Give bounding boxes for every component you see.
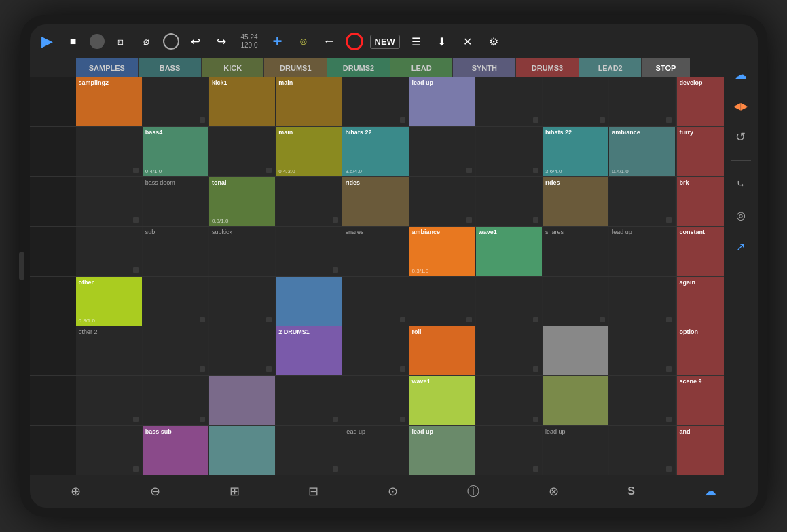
cell-5-2[interactable] (143, 277, 209, 326)
remove-button[interactable]: ⊟ (308, 484, 318, 499)
cell-1-6[interactable]: lead up (409, 77, 476, 126)
cell-3-2[interactable]: bass doom (143, 177, 209, 226)
cell-5-5[interactable] (342, 277, 409, 326)
cell-7-4[interactable] (276, 376, 342, 425)
cell-7-9[interactable] (609, 376, 676, 425)
cell-5-8[interactable] (543, 277, 609, 326)
stop-cell-1[interactable]: develop (676, 77, 724, 126)
cell-6-2[interactable] (143, 326, 209, 375)
loop-button[interactable]: ⊚ (294, 32, 313, 51)
cell-7-8[interactable] (543, 376, 609, 425)
home-button[interactable] (19, 252, 24, 280)
cell-2-1[interactable] (76, 127, 143, 176)
cell-5-6[interactable] (409, 277, 476, 326)
list-button[interactable]: ☰ (407, 32, 426, 51)
cell-5-1[interactable]: other0.3/1.0 (76, 277, 143, 326)
col-header-drums2[interactable]: DRUMS2 (327, 58, 390, 77)
cell-8-5[interactable]: lead up (342, 426, 409, 475)
cell-4-4[interactable] (276, 227, 342, 276)
cell-8-2[interactable]: bass sub (143, 426, 209, 475)
cell-6-4[interactable]: 2 DRUMS1 (276, 326, 342, 375)
col-header-bass[interactable]: BASS (139, 58, 202, 77)
cell-1-9[interactable] (609, 77, 676, 126)
cell-3-4[interactable] (276, 177, 342, 226)
cell-2-2[interactable]: bass40.4/1.0 (143, 127, 209, 176)
cell-4-5[interactable]: snares (342, 227, 409, 276)
cell-7-6[interactable]: wave1 (409, 376, 476, 425)
col-header-kick[interactable]: KICK (202, 58, 265, 77)
cell-7-7[interactable] (476, 376, 543, 425)
cloud2-button[interactable]: ☁ (704, 484, 716, 499)
record3-button[interactable]: ⊗ (549, 484, 559, 499)
cell-6-8[interactable] (543, 326, 609, 375)
cell-3-7[interactable] (476, 177, 543, 226)
cell-6-9[interactable] (609, 326, 676, 375)
play-button[interactable]: ▶ (38, 32, 57, 51)
col-header-lead[interactable]: LEAD (390, 58, 454, 77)
cell-6-1[interactable]: other 2 (76, 326, 143, 375)
overdub-button[interactable] (163, 33, 179, 50)
download-button[interactable]: ⬇ (433, 32, 452, 51)
cell-5-4[interactable] (276, 277, 342, 326)
record-button[interactable] (90, 34, 105, 49)
col-header-drums3[interactable]: DRUMS3 (516, 58, 579, 77)
cell-5-3[interactable] (209, 277, 276, 326)
cloud-button[interactable]: ☁ (730, 64, 752, 86)
cell-4-3[interactable]: subkick (209, 227, 276, 276)
redo-button[interactable]: ↪ (212, 32, 231, 51)
close-button[interactable]: ✕ (458, 32, 477, 51)
cell-2-4[interactable]: main0.4/3.0 (276, 127, 342, 176)
stop-cell-4[interactable]: constant (676, 227, 724, 276)
settings-button[interactable]: ⚙ (484, 32, 503, 51)
cell-1-2[interactable] (143, 77, 209, 126)
cell-4-1[interactable] (76, 227, 143, 276)
cell-4-2[interactable]: sub (143, 227, 209, 276)
col-header-drums1[interactable]: DRUMS1 (264, 58, 327, 77)
stop-cell-6[interactable]: option (676, 326, 724, 375)
cell-8-7[interactable] (476, 426, 543, 475)
eye-button[interactable]: ◎ (730, 204, 752, 226)
cell-4-9[interactable]: lead up (609, 227, 676, 276)
cell-6-3[interactable] (209, 326, 276, 375)
add-button[interactable]: + (268, 32, 287, 51)
cell-8-9[interactable] (609, 426, 676, 475)
headphones-button[interactable]: ⌀ (137, 32, 156, 51)
cell-4-6[interactable]: ambiance0.3/1.0 (409, 227, 476, 276)
zoom-in-button[interactable]: ⊕ (71, 484, 81, 499)
cell-1-5[interactable] (342, 77, 409, 126)
cell-7-2[interactable] (143, 376, 209, 425)
cell-1-1[interactable]: sampling2 (76, 77, 143, 126)
arrow-lr-button[interactable]: ◀▶ (730, 95, 752, 117)
branch-button[interactable]: ⤷ (730, 173, 752, 195)
cell-3-1[interactable] (76, 177, 143, 226)
cell-3-5[interactable]: rides (342, 177, 409, 226)
capture-button[interactable]: ⊙ (388, 484, 398, 499)
cell-6-5[interactable] (342, 326, 409, 375)
stop-cell-5[interactable]: again (676, 277, 724, 326)
cell-2-7[interactable] (476, 127, 543, 176)
cell-2-8[interactable]: hihats 223.6/4.0 (543, 127, 609, 176)
cell-2-5[interactable]: hihats 223.6/4.0 (342, 127, 409, 176)
cell-6-6[interactable]: roll (409, 326, 476, 375)
stop-cell-2[interactable]: furry (676, 127, 724, 176)
cell-2-9[interactable]: ambiance0.4/1.0 (609, 127, 676, 176)
cell-3-6[interactable] (409, 177, 476, 226)
cell-8-1[interactable] (76, 426, 143, 475)
record2-button[interactable] (346, 33, 363, 50)
export-button[interactable]: ↗ (730, 235, 752, 257)
cell-8-4[interactable] (276, 426, 342, 475)
cell-3-8[interactable]: rides (543, 177, 609, 226)
refresh-button[interactable]: ↺ (730, 126, 752, 148)
col-header-samples[interactable]: SAMPLES (76, 58, 139, 77)
cell-8-3[interactable] (209, 426, 276, 475)
cell-5-7[interactable] (476, 277, 543, 326)
cell-8-8[interactable]: lead up (543, 426, 609, 475)
cell-3-3[interactable]: tonal0.3/1.0 (209, 177, 276, 226)
s-button[interactable]: S (627, 485, 635, 497)
cell-4-8[interactable]: snares (543, 227, 609, 276)
col-header-lead2[interactable]: LEAD2 (579, 58, 642, 77)
cell-7-3[interactable] (209, 376, 276, 425)
cell-7-5[interactable] (342, 376, 409, 425)
cell-1-8[interactable] (543, 77, 609, 126)
stop-cell-7[interactable]: scene 9 (676, 376, 724, 425)
